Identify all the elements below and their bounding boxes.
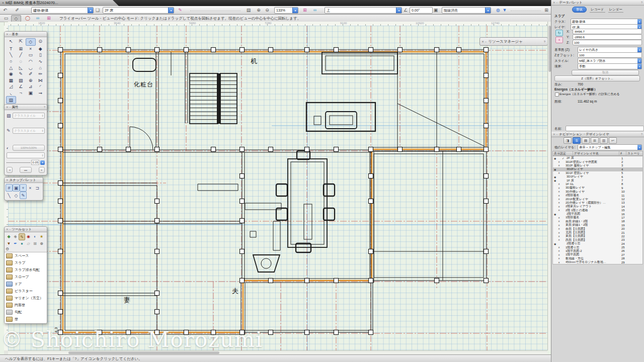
toolset-category-icon[interactable]: ◈ [12,233,19,239]
close-icon[interactable]: ✕ − [6,33,11,36]
fill-style-combo[interactable]: クラススタイル⇕ [13,113,45,119]
tool-icon[interactable]: △ [6,64,16,71]
visibility-eye-icon[interactable]: ◉ [553,213,562,216]
visibility-off-icon[interactable]: ✕ [553,246,561,249]
active-layer-combo[interactable]: 2F 床▼ [103,7,174,14]
chevron-down-icon[interactable]: ▼ [40,160,45,165]
visibility-off-icon[interactable]: ✕ [553,224,561,227]
visibility-off-icon[interactable]: ✕ [553,257,561,260]
toolset-category-icon[interactable]: ★ [38,233,45,239]
visibility-off-icon[interactable]: ✕ [553,205,561,208]
tool-icon[interactable]: ╲ [6,52,16,58]
zoom-level-combo[interactable]: 133%▼ [274,7,298,14]
prev-icon[interactable]: ◂ [7,167,13,173]
active-class-combo[interactable]: 建物-躯体▼ [31,7,94,14]
toolset-category-icon[interactable]: ✒ [12,240,19,246]
flyover-mode-icon[interactable]: ◇ [11,15,21,22]
lineweight-value[interactable]: 0.05 [31,160,39,165]
visibility-off-icon[interactable]: ✕ [553,253,561,256]
cube-icon[interactable]: ▣ [432,7,440,13]
visibility-off-icon[interactable]: ✕ [553,190,561,193]
toolset-category-icon[interactable]: ◐ [32,233,38,239]
visibility-off-icon[interactable]: ✕ [553,198,561,201]
palette-header[interactable]: ✕ − ツールセット [5,227,47,232]
visibility-off-icon[interactable]: ✕ [553,194,561,197]
toolset-category-icon[interactable]: ▼ [6,240,12,246]
tool-icon[interactable]: ⇱ [16,38,26,45]
back-arrow-icon[interactable]: ↶ [1,7,9,13]
visibility-off-icon[interactable]: ✕ [553,171,561,174]
tool-icon[interactable]: ∿ [36,58,46,65]
visibility-eye-icon[interactable]: ◉ [553,175,562,178]
visibility-off-icon[interactable]: ✕ [553,183,561,186]
visibility-off-icon[interactable]: ✕ [553,261,561,264]
snap-toggle-icon[interactable]: ◇ [13,192,20,199]
visibility-off-icon[interactable]: ✕ [553,209,561,212]
help-icon[interactable]: ? [641,1,642,4]
visibility-eye-icon[interactable]: ◉ [553,157,562,160]
palette-header[interactable]: ✕ スナップパレット [5,177,43,183]
visibility-off-icon[interactable]: ✕ [553,220,561,223]
orbit-center-icon[interactable]: ◯ [23,15,32,21]
tool-icon[interactable]: ¬ [16,90,26,97]
palette-header[interactable]: ✕ − 基本 [5,32,47,37]
visibility-off-icon[interactable]: ✕ [553,238,561,241]
visibility-off-icon[interactable]: ✕ [553,201,561,204]
toolset-category-icon[interactable]: ◆ [6,233,12,239]
col-visibility[interactable]: 表示設定 [553,151,573,155]
toolset-item[interactable]: マリオン（方立） [5,295,47,302]
stepper-icon[interactable]: ⇕ [41,113,44,118]
chevron-down-icon[interactable]: ▼ [292,8,298,13]
pen-style-combo[interactable]: クラススタイル⇕ [13,128,45,134]
visibility-off-icon[interactable]: ✕ [553,235,561,238]
cancel-button[interactable]: 取消 [572,70,639,75]
toolset-item[interactable]: スラブ排水勾配 [5,266,47,274]
gear-icon[interactable]: ⚙ [5,246,47,252]
close-icon[interactable]: ✕ [6,178,9,182]
x-field[interactable]: -8496.7 [573,29,642,34]
toolset-item[interactable]: 屋根面 [5,323,47,324]
col-story[interactable]: ストーリ [626,151,642,155]
snap-toggle-icon[interactable]: + [20,184,27,192]
toolset-item[interactable]: スロープ [5,274,47,281]
design-layer-row[interactable]: ◉1F 床7 [553,178,642,182]
drop-shadow-combo[interactable]: ⇕ [7,152,45,158]
tool-icon[interactable]: ⊕ [26,77,36,84]
visibility-off-icon[interactable]: ✕ [553,164,561,167]
class-options-icon[interactable]: ✎ [176,7,184,13]
marker-button[interactable]: ▬ [20,167,32,173]
glasses-icon[interactable]: ∞ [33,15,42,21]
tool-icon[interactable]: ▯ [36,52,46,58]
chevron-down-icon[interactable]: ▼ [485,8,491,13]
close-icon[interactable]: ✕ − [553,1,557,4]
toolset-item[interactable]: ピラスター [5,288,47,295]
tool-icon[interactable]: ◆ [36,46,46,52]
render-mode-combo[interactable]: 陰線消去▼ [442,7,491,14]
tab-render[interactable]: レンダー [608,7,623,13]
layer-lock-icon[interactable]: ❏ [95,7,101,13]
tool-icon[interactable]: ◠ [26,58,36,65]
help-icon[interactable]: ? [641,133,642,136]
toolset-category-icon[interactable]: ✎ [19,233,25,240]
snap-toggle-icon[interactable]: ▣ [13,184,20,192]
design-layer-row[interactable]: ✕450mmで浮モロジナル敷地…29 [553,260,642,264]
energos-checkbox[interactable] [555,93,559,97]
toolset-item[interactable]: スペース [5,252,47,259]
tab-close-icon[interactable]: × [2,0,4,6]
stepper-icon[interactable]: ⇕ [41,128,44,133]
object-info-header[interactable]: ✕ − データパレット ? [551,0,644,6]
nav-mode-icon[interactable]: ↩ [609,137,617,144]
visibility-eye-icon[interactable]: ◉ [553,242,562,245]
tool-icon[interactable]: ╱ [16,52,26,58]
tool-icon[interactable]: ▭ [26,52,36,58]
stepper-icon[interactable]: ▼ [637,47,641,52]
zoffset-field[interactable]: 100 [578,52,642,58]
tool-icon[interactable]: ⋈ [36,77,46,84]
toolset-item[interactable]: ドア [5,281,47,288]
forward-arrow-icon[interactable]: ✐ [13,7,21,13]
zoom-out-icon[interactable]: ⊖ [263,7,271,13]
z-field[interactable]: 100 [573,40,642,45]
fill-bucket-icon[interactable]: ▨ [7,113,13,118]
tool-icon[interactable]: ▤ [6,96,16,104]
other-layers-combo[interactable]: 表示＋スナップ＋編集▼ [578,144,642,150]
